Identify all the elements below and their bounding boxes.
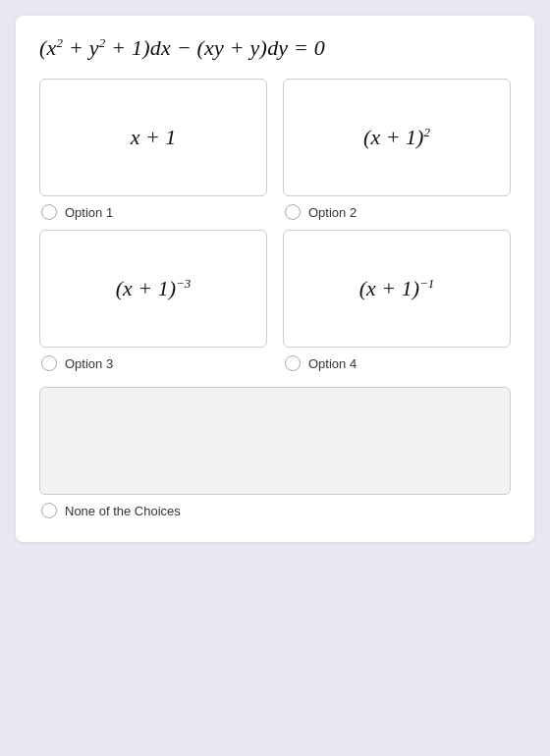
option-box-1[interactable]: x + 1 [39, 79, 267, 196]
option-box-3[interactable]: (x + 1)−3 [39, 230, 267, 348]
option-3-text: Option 3 [65, 356, 113, 371]
option-4-label[interactable]: Option 4 [283, 355, 511, 371]
option-4-formula: (x + 1)−1 [359, 276, 435, 301]
none-box[interactable] [39, 387, 511, 495]
option-1-formula: x + 1 [131, 125, 177, 150]
option-1-label[interactable]: Option 1 [39, 204, 267, 220]
option-box-2[interactable]: (x + 1)2 [283, 79, 511, 196]
option-box-4[interactable]: (x + 1)−1 [283, 230, 511, 348]
option-3-formula: (x + 1)−3 [116, 276, 192, 301]
option-1-radio[interactable] [41, 204, 57, 220]
options-grid: x + 1 Option 1 (x + 1)2 Option 2 (x + 1)… [39, 79, 511, 381]
option-block-1: x + 1 Option 1 [39, 79, 267, 220]
option-2-radio[interactable] [285, 204, 301, 220]
option-2-text: Option 2 [308, 205, 357, 220]
option-block-2: (x + 1)2 Option 2 [283, 79, 511, 220]
quiz-card: (x2 + y2 + 1)dx − (xy + y)dy = 0 x + 1 O… [16, 16, 534, 542]
option-1-text: Option 1 [65, 205, 113, 220]
option-4-radio[interactable] [285, 355, 301, 371]
none-text: None of the Choices [65, 504, 181, 518]
none-label[interactable]: None of the Choices [39, 503, 511, 518]
option-block-3: (x + 1)−3 Option 3 [39, 230, 267, 371]
question-text: (x2 + y2 + 1)dx − (xy + y)dy = 0 [39, 35, 511, 61]
none-radio[interactable] [41, 503, 57, 518]
option-2-label[interactable]: Option 2 [283, 204, 511, 220]
option-2-formula: (x + 1)2 [363, 125, 430, 150]
option-3-radio[interactable] [41, 355, 57, 371]
option-block-4: (x + 1)−1 Option 4 [283, 230, 511, 371]
option-3-label[interactable]: Option 3 [39, 355, 267, 371]
none-block: None of the Choices [39, 387, 511, 518]
option-4-text: Option 4 [308, 356, 357, 371]
